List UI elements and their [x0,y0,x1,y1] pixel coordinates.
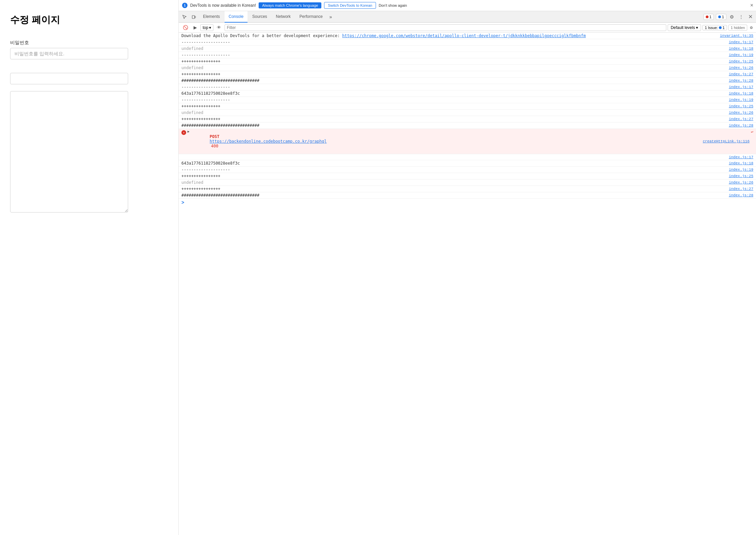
device-icon [192,15,196,19]
match-language-button[interactable]: Always match Chrome's language [259,2,321,8]
devtools-toolbar: Elements Console Sources Network Perform… [179,11,756,23]
console-source[interactable]: index.js:19 [729,98,753,102]
console-message: ++++++++++++++++ [181,187,726,191]
console-source[interactable]: index.js:28 [729,123,753,128]
console-error-message: POST https://backendonline.codebootcamp.… [190,130,700,153]
error-retry-icon[interactable]: ↩ [751,130,753,135]
tab-elements[interactable]: Elements [199,11,224,23]
error-source[interactable]: createHttpLink.js:116 [703,139,750,143]
error-count: 1 [709,15,711,19]
console-source[interactable]: index.js:25 [729,104,753,108]
more-tabs-button[interactable]: » [327,12,334,22]
warning-count: 1 [722,15,724,19]
console-message: undefined [181,110,726,115]
console-message: ################################ [181,123,726,128]
error-dot [706,16,708,18]
hidden-badge: 1 hidden [728,25,747,31]
eye-button[interactable]: 👁 [215,24,223,31]
webpage-panel: 수정 페이지 비밀번호 [0,0,179,535]
filter-input[interactable] [225,24,666,31]
tab-sources[interactable]: Sources [248,11,271,23]
console-source[interactable]: index.js:27 [729,72,753,76]
device-toggle-button[interactable] [190,13,198,21]
select-element-button[interactable] [180,13,189,21]
console-message: ################################ [181,193,726,198]
content-textarea[interactable] [10,91,128,213]
console-source[interactable]: index.js:26 [729,66,753,70]
console-line: 643a17761182750028ee8f3c index.js:18 [179,90,756,97]
console-message: -------------------- [181,97,726,102]
console-source[interactable]: index.js:27 [729,187,753,191]
page-title: 수정 페이지 [10,13,168,26]
default-levels-button[interactable]: Default levels ▾ [668,24,701,31]
info-icon: i [182,3,187,8]
post-label: POST [210,134,220,139]
issue-badge[interactable]: 1 Issue: 1 [702,25,727,30]
console-message: undefined [181,65,726,70]
console-line: ++++++++++++++++ index.js:25 [179,103,756,110]
console-source[interactable]: index.js:27 [729,117,753,121]
console-source[interactable]: index.js:19 [729,53,753,57]
console-line: ################################ index.j… [179,78,756,84]
console-line: ++++++++++++++++ index.js:27 [179,116,756,122]
info-bar-close-button[interactable]: × [750,2,753,8]
error-icon: ✕ [181,130,186,135]
console-message: undefined [181,180,726,185]
apollo-link-rest[interactable]: ome.google.com/webstore/detail/apollo-cl… [369,33,586,38]
console-source[interactable]: index.js:18 [729,91,753,95]
console-source[interactable]: index.js:26 [729,111,753,115]
context-selector[interactable]: top ▾ [200,24,213,31]
console-source[interactable]: index.js:25 [729,174,753,178]
password-input[interactable] [10,48,128,59]
console-source[interactable]: index.js:18 [729,161,753,165]
console-source[interactable]: index.js:19 [729,168,753,172]
console-toolbar: 🚫 ▶ top ▾ 👁 Default levels ▾ 1 Issue: 1 … [179,23,756,33]
switch-korean-button[interactable]: Switch DevTools to Korean [324,2,376,9]
settings-button[interactable]: ⚙ [728,13,736,21]
console-source[interactable]: index.js:28 [729,193,753,197]
dont-show-again-button[interactable]: Don't show again [379,3,407,7]
warning-badge[interactable]: 1 [716,14,726,20]
devtools-panel: i DevTools is now available in Korean! A… [179,0,756,535]
tab-network[interactable]: Network [272,11,295,23]
levels-chevron-icon: ▾ [696,25,698,30]
console-output[interactable]: Download the Apollo DevTools for a bette… [179,33,756,535]
issue-blue-dot [719,26,722,29]
console-source[interactable]: index.js:17 [729,155,753,159]
more-options-button[interactable]: ⋮ [737,13,746,21]
console-line: -------------------- index.js:19 [179,97,756,103]
console-source[interactable]: index.js:18 [729,47,753,51]
console-message: -------------------- [181,85,726,89]
info-message: DevTools is now available in Korean! [190,3,256,8]
clear-console-button[interactable]: 🚫 [181,24,190,31]
console-source[interactable]: index.js:25 [729,59,753,63]
console-message: 643a17761182750028ee8f3c [181,91,726,96]
cursor-icon [182,15,187,19]
console-source[interactable]: index.js:17 [729,40,753,44]
console-prompt[interactable]: > [179,199,756,207]
console-message: undefined [181,46,726,51]
run-button[interactable]: ▶ [192,24,199,31]
console-message: -------------------- [181,40,726,45]
console-line: undefined index.js:18 [179,46,756,52]
console-settings-icon[interactable]: ⚙ [749,24,754,31]
devtools-close-button[interactable]: ✕ [746,13,755,21]
console-source[interactable]: index.js:28 [729,79,753,83]
console-line: undefined index.js:26 [179,65,756,71]
blank-input[interactable] [10,73,128,84]
console-source[interactable]: invariant.js:35 [720,34,753,38]
expand-arrow-icon[interactable]: ▶ [187,130,190,134]
console-source[interactable]: index.js:26 [729,180,753,185]
tab-performance[interactable]: Performance [295,11,327,23]
console-line: -------------------- index.js:17 [179,84,756,90]
tab-console[interactable]: Console [225,11,248,23]
console-message: ++++++++++++++++ [181,72,726,77]
error-url-link[interactable]: https://backendonline.codebootcamp.co.kr… [210,139,327,144]
password-label: 비밀번호 [10,40,168,46]
console-message: ++++++++++++++++ [181,104,726,109]
apollo-link[interactable]: https://chr [342,33,369,38]
console-line: ################################ index.j… [179,122,756,129]
console-line: 643a17761182750028ee8f3c index.js:18 [179,160,756,167]
console-source[interactable]: index.js:17 [729,85,753,89]
error-badge[interactable]: 1 [703,14,714,20]
